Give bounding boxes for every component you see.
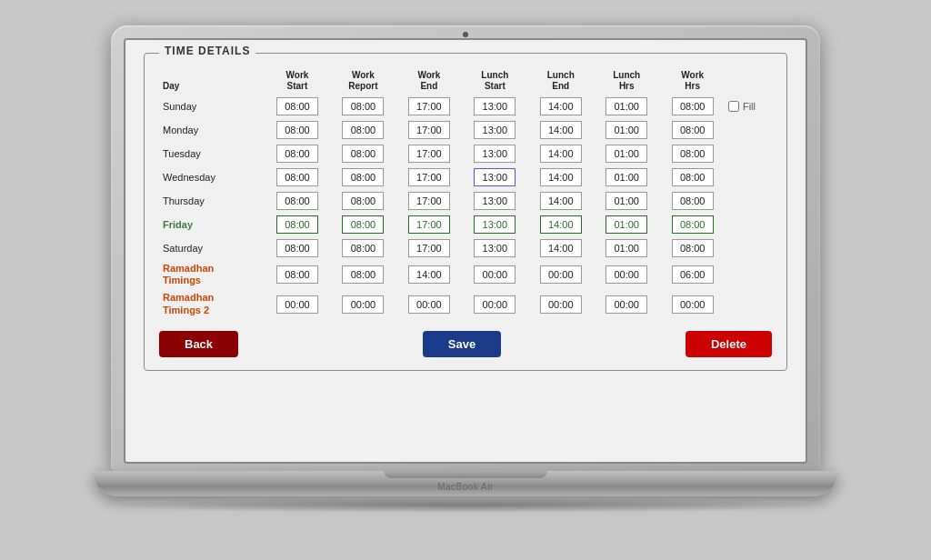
time-input-work_start[interactable]	[276, 215, 318, 234]
time-cell-work_start[interactable]	[265, 166, 329, 188]
time-input-work_start[interactable]	[276, 97, 318, 115]
time-cell-lunch_start[interactable]	[463, 290, 526, 317]
time-input-work_start[interactable]	[276, 145, 318, 163]
time-cell-work_start[interactable]	[265, 95, 329, 117]
time-input-lunch_start[interactable]	[474, 215, 516, 234]
time-cell-work_start[interactable]	[265, 190, 329, 212]
time-input-work_start[interactable]	[276, 265, 318, 284]
time-input-work_start[interactable]	[276, 239, 318, 257]
time-input-work_end[interactable]	[408, 121, 450, 139]
time-input-lunch_hrs[interactable]	[606, 145, 647, 163]
time-input-work_hrs[interactable]	[672, 265, 714, 284]
time-cell-lunch_hrs[interactable]	[595, 261, 658, 288]
time-input-work_report[interactable]	[342, 145, 384, 163]
time-input-work_report[interactable]	[342, 215, 384, 234]
time-input-lunch_end[interactable]	[540, 192, 582, 210]
time-cell-lunch_end[interactable]	[529, 261, 593, 288]
time-input-lunch_start[interactable]	[474, 295, 516, 314]
time-cell-lunch_end[interactable]	[529, 290, 593, 317]
time-input-work_report[interactable]	[342, 265, 384, 284]
time-cell-lunch_start[interactable]	[463, 143, 526, 165]
time-input-work_end[interactable]	[408, 97, 450, 115]
time-input-work_start[interactable]	[276, 295, 318, 314]
time-input-lunch_hrs[interactable]	[606, 192, 647, 210]
time-input-lunch_hrs[interactable]	[606, 97, 647, 115]
time-cell-lunch_hrs[interactable]	[595, 190, 658, 212]
time-input-work_end[interactable]	[408, 145, 450, 163]
time-cell-lunch_start[interactable]	[463, 214, 526, 235]
time-input-lunch_hrs[interactable]	[606, 295, 647, 314]
time-input-work_hrs[interactable]	[672, 168, 714, 186]
time-input-lunch_start[interactable]	[474, 145, 516, 163]
time-input-work_hrs[interactable]	[672, 215, 714, 234]
time-input-lunch_start[interactable]	[474, 265, 516, 284]
time-cell-lunch_end[interactable]	[529, 237, 593, 259]
time-cell-work_end[interactable]	[397, 261, 461, 288]
time-cell-work_report[interactable]	[331, 143, 395, 165]
time-cell-work_start[interactable]	[265, 119, 329, 141]
time-cell-work_start[interactable]	[265, 237, 329, 259]
time-cell-work_end[interactable]	[397, 166, 461, 188]
time-input-work_report[interactable]	[342, 121, 384, 139]
time-input-work_hrs[interactable]	[672, 295, 714, 314]
time-cell-lunch_hrs[interactable]	[595, 119, 658, 141]
time-cell-work_end[interactable]	[397, 143, 461, 165]
time-cell-lunch_start[interactable]	[463, 119, 526, 141]
time-input-work_end[interactable]	[408, 192, 450, 210]
time-cell-work_hrs[interactable]	[660, 261, 724, 288]
save-button[interactable]: Save	[423, 331, 501, 357]
time-input-lunch_hrs[interactable]	[606, 215, 647, 234]
time-cell-work_hrs[interactable]	[660, 143, 724, 165]
time-cell-work_hrs[interactable]	[660, 214, 724, 235]
time-input-lunch_start[interactable]	[474, 239, 516, 257]
time-input-lunch_end[interactable]	[540, 265, 582, 284]
time-input-work_end[interactable]	[408, 295, 450, 314]
time-cell-work_report[interactable]	[331, 237, 395, 259]
time-input-work_hrs[interactable]	[672, 121, 714, 139]
time-cell-lunch_start[interactable]	[463, 95, 526, 117]
time-input-work_report[interactable]	[342, 97, 384, 115]
time-cell-lunch_start[interactable]	[463, 261, 526, 288]
time-cell-lunch_end[interactable]	[529, 119, 593, 141]
time-cell-lunch_end[interactable]	[529, 166, 593, 188]
time-input-lunch_hrs[interactable]	[606, 239, 647, 257]
time-cell-lunch_end[interactable]	[529, 143, 593, 165]
fill-checkbox[interactable]	[728, 101, 739, 112]
time-cell-work_hrs[interactable]	[660, 166, 724, 188]
time-input-work_report[interactable]	[342, 168, 384, 186]
time-cell-lunch_end[interactable]	[529, 95, 593, 117]
time-cell-lunch_end[interactable]	[529, 214, 593, 235]
time-input-work_report[interactable]	[342, 295, 384, 314]
time-input-work_end[interactable]	[408, 239, 450, 257]
time-input-lunch_end[interactable]	[540, 168, 582, 186]
time-cell-work_report[interactable]	[331, 214, 395, 235]
time-input-work_hrs[interactable]	[672, 145, 714, 163]
time-cell-work_end[interactable]	[397, 290, 461, 317]
time-cell-lunch_hrs[interactable]	[595, 166, 658, 188]
time-cell-lunch_start[interactable]	[463, 237, 526, 259]
time-cell-work_hrs[interactable]	[660, 95, 724, 117]
time-cell-work_start[interactable]	[265, 290, 329, 317]
time-input-lunch_end[interactable]	[540, 215, 582, 234]
time-cell-lunch_hrs[interactable]	[595, 95, 658, 117]
time-cell-work_start[interactable]	[265, 261, 329, 288]
time-cell-work_end[interactable]	[397, 214, 461, 235]
time-cell-work_end[interactable]	[397, 190, 461, 212]
time-cell-work_report[interactable]	[331, 119, 395, 141]
time-input-lunch_end[interactable]	[540, 121, 582, 139]
time-cell-work_hrs[interactable]	[660, 237, 724, 259]
time-cell-work_hrs[interactable]	[660, 190, 724, 212]
time-cell-work_report[interactable]	[331, 95, 395, 117]
time-input-lunch_hrs[interactable]	[606, 168, 647, 186]
time-input-work_start[interactable]	[276, 121, 318, 139]
time-cell-work_report[interactable]	[331, 166, 395, 188]
time-cell-work_end[interactable]	[397, 95, 461, 117]
time-input-lunch_end[interactable]	[540, 295, 582, 314]
time-cell-lunch_hrs[interactable]	[595, 214, 658, 235]
time-input-lunch_hrs[interactable]	[606, 265, 647, 284]
delete-button[interactable]: Delete	[686, 331, 772, 357]
time-input-work_end[interactable]	[408, 265, 450, 284]
time-cell-lunch_start[interactable]	[463, 190, 526, 212]
time-input-lunch_end[interactable]	[540, 145, 582, 163]
time-cell-work_report[interactable]	[331, 190, 395, 212]
